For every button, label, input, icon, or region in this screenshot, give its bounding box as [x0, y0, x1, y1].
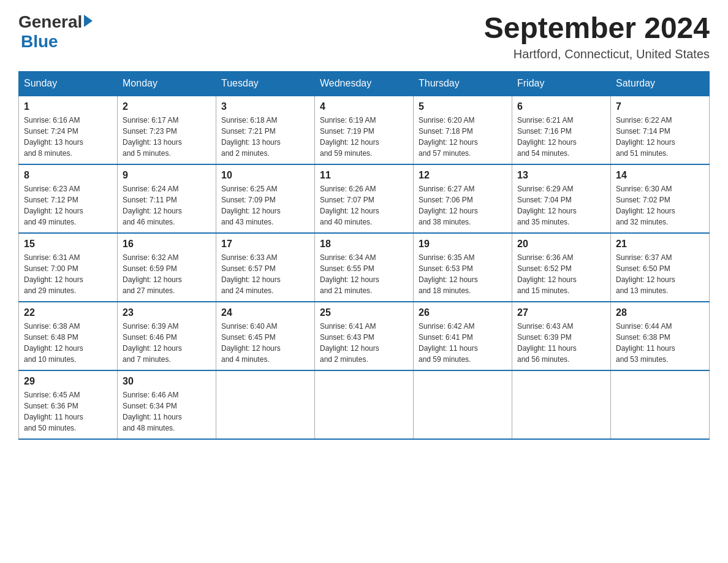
- table-row: 28Sunrise: 6:44 AMSunset: 6:38 PMDayligh…: [611, 302, 710, 370]
- day-number: 26: [419, 307, 507, 318]
- logo-blue-text: Blue: [21, 32, 58, 51]
- day-info: Sunrise: 6:24 AMSunset: 7:11 PMDaylight:…: [123, 183, 211, 228]
- day-number: 27: [517, 307, 605, 318]
- day-info: Sunrise: 6:17 AMSunset: 7:23 PMDaylight:…: [123, 115, 211, 159]
- day-info: Sunrise: 6:29 AMSunset: 7:04 PMDaylight:…: [517, 183, 605, 228]
- table-row: [315, 370, 414, 439]
- col-wednesday: Wednesday: [315, 71, 414, 96]
- day-number: 19: [419, 239, 507, 250]
- table-row: 17Sunrise: 6:33 AMSunset: 6:57 PMDayligh…: [216, 233, 315, 302]
- day-info: Sunrise: 6:44 AMSunset: 6:38 PMDaylight:…: [616, 321, 704, 365]
- day-number: 8: [24, 170, 112, 181]
- table-row: 1Sunrise: 6:16 AMSunset: 7:24 PMDaylight…: [19, 96, 118, 164]
- table-row: 25Sunrise: 6:41 AMSunset: 6:43 PMDayligh…: [315, 302, 414, 370]
- day-number: 25: [320, 307, 408, 318]
- day-info: Sunrise: 6:25 AMSunset: 7:09 PMDaylight:…: [221, 183, 309, 228]
- location-subtitle: Hartford, Connecticut, United States: [484, 47, 710, 61]
- calendar-header-row: Sunday Monday Tuesday Wednesday Thursday…: [19, 71, 710, 96]
- col-tuesday: Tuesday: [216, 71, 315, 96]
- day-number: 5: [419, 101, 507, 112]
- table-row: 10Sunrise: 6:25 AMSunset: 7:09 PMDayligh…: [216, 164, 315, 233]
- table-row: 14Sunrise: 6:30 AMSunset: 7:02 PMDayligh…: [611, 164, 710, 233]
- day-number: 14: [616, 170, 704, 181]
- table-row: 5Sunrise: 6:20 AMSunset: 7:18 PMDaylight…: [414, 96, 512, 164]
- day-info: Sunrise: 6:35 AMSunset: 6:53 PMDaylight:…: [419, 252, 507, 296]
- logo: General Blue: [18, 12, 93, 52]
- table-row: 4Sunrise: 6:19 AMSunset: 7:19 PMDaylight…: [315, 96, 414, 164]
- col-saturday: Saturday: [611, 71, 710, 96]
- day-info: Sunrise: 6:19 AMSunset: 7:19 PMDaylight:…: [320, 115, 408, 159]
- col-thursday: Thursday: [414, 71, 512, 96]
- day-number: 28: [616, 307, 704, 318]
- day-info: Sunrise: 6:42 AMSunset: 6:41 PMDaylight:…: [419, 321, 507, 365]
- table-row: 7Sunrise: 6:22 AMSunset: 7:14 PMDaylight…: [611, 96, 710, 164]
- day-number: 16: [123, 239, 211, 250]
- day-number: 24: [221, 307, 309, 318]
- day-number: 15: [24, 239, 112, 250]
- day-info: Sunrise: 6:36 AMSunset: 6:52 PMDaylight:…: [517, 252, 605, 296]
- day-info: Sunrise: 6:45 AMSunset: 6:36 PMDaylight:…: [24, 389, 112, 434]
- day-number: 9: [123, 170, 211, 181]
- day-number: 7: [616, 101, 704, 112]
- table-row: [611, 370, 710, 439]
- day-number: 29: [24, 376, 112, 387]
- table-row: 30Sunrise: 6:46 AMSunset: 6:34 PMDayligh…: [118, 370, 216, 439]
- col-monday: Monday: [118, 71, 216, 96]
- day-info: Sunrise: 6:38 AMSunset: 6:48 PMDaylight:…: [24, 321, 112, 365]
- day-info: Sunrise: 6:32 AMSunset: 6:59 PMDaylight:…: [123, 252, 211, 296]
- day-info: Sunrise: 6:18 AMSunset: 7:21 PMDaylight:…: [221, 115, 309, 159]
- day-info: Sunrise: 6:37 AMSunset: 6:50 PMDaylight:…: [616, 252, 704, 296]
- day-info: Sunrise: 6:16 AMSunset: 7:24 PMDaylight:…: [24, 115, 112, 159]
- day-number: 18: [320, 239, 408, 250]
- calendar-week-row: 15Sunrise: 6:31 AMSunset: 7:00 PMDayligh…: [19, 233, 710, 302]
- day-info: Sunrise: 6:46 AMSunset: 6:34 PMDaylight:…: [123, 389, 211, 434]
- day-info: Sunrise: 6:22 AMSunset: 7:14 PMDaylight:…: [616, 115, 704, 159]
- table-row: 13Sunrise: 6:29 AMSunset: 7:04 PMDayligh…: [512, 164, 611, 233]
- day-number: 21: [616, 239, 704, 250]
- table-row: 20Sunrise: 6:36 AMSunset: 6:52 PMDayligh…: [512, 233, 611, 302]
- day-info: Sunrise: 6:23 AMSunset: 7:12 PMDaylight:…: [24, 183, 112, 228]
- day-number: 22: [24, 307, 112, 318]
- day-info: Sunrise: 6:40 AMSunset: 6:45 PMDaylight:…: [221, 321, 309, 365]
- title-area: September 2024 Hartford, Connecticut, Un…: [484, 12, 710, 61]
- table-row: 24Sunrise: 6:40 AMSunset: 6:45 PMDayligh…: [216, 302, 315, 370]
- day-number: 4: [320, 101, 408, 112]
- table-row: 21Sunrise: 6:37 AMSunset: 6:50 PMDayligh…: [611, 233, 710, 302]
- day-info: Sunrise: 6:21 AMSunset: 7:16 PMDaylight:…: [517, 115, 605, 159]
- day-info: Sunrise: 6:20 AMSunset: 7:18 PMDaylight:…: [419, 115, 507, 159]
- table-row: 22Sunrise: 6:38 AMSunset: 6:48 PMDayligh…: [19, 302, 118, 370]
- day-number: 12: [419, 170, 507, 181]
- table-row: 6Sunrise: 6:21 AMSunset: 7:16 PMDaylight…: [512, 96, 611, 164]
- logo-arrow-icon: [84, 15, 93, 27]
- table-row: 9Sunrise: 6:24 AMSunset: 7:11 PMDaylight…: [118, 164, 216, 233]
- table-row: 11Sunrise: 6:26 AMSunset: 7:07 PMDayligh…: [315, 164, 414, 233]
- day-info: Sunrise: 6:41 AMSunset: 6:43 PMDaylight:…: [320, 321, 408, 365]
- col-sunday: Sunday: [19, 71, 118, 96]
- table-row: 29Sunrise: 6:45 AMSunset: 6:36 PMDayligh…: [19, 370, 118, 439]
- day-number: 3: [221, 101, 309, 112]
- day-info: Sunrise: 6:34 AMSunset: 6:55 PMDaylight:…: [320, 252, 408, 296]
- day-number: 2: [123, 101, 211, 112]
- table-row: 26Sunrise: 6:42 AMSunset: 6:41 PMDayligh…: [414, 302, 512, 370]
- table-row: 18Sunrise: 6:34 AMSunset: 6:55 PMDayligh…: [315, 233, 414, 302]
- table-row: 2Sunrise: 6:17 AMSunset: 7:23 PMDaylight…: [118, 96, 216, 164]
- day-info: Sunrise: 6:31 AMSunset: 7:00 PMDaylight:…: [24, 252, 112, 296]
- table-row: 23Sunrise: 6:39 AMSunset: 6:46 PMDayligh…: [118, 302, 216, 370]
- day-info: Sunrise: 6:26 AMSunset: 7:07 PMDaylight:…: [320, 183, 408, 228]
- day-number: 10: [221, 170, 309, 181]
- day-number: 20: [517, 239, 605, 250]
- day-info: Sunrise: 6:43 AMSunset: 6:39 PMDaylight:…: [517, 321, 605, 365]
- day-info: Sunrise: 6:30 AMSunset: 7:02 PMDaylight:…: [616, 183, 704, 228]
- table-row: [414, 370, 512, 439]
- calendar-week-row: 22Sunrise: 6:38 AMSunset: 6:48 PMDayligh…: [19, 302, 710, 370]
- day-number: 6: [517, 101, 605, 112]
- calendar-week-row: 1Sunrise: 6:16 AMSunset: 7:24 PMDaylight…: [19, 96, 710, 164]
- day-info: Sunrise: 6:39 AMSunset: 6:46 PMDaylight:…: [123, 321, 211, 365]
- day-number: 23: [123, 307, 211, 318]
- table-row: 12Sunrise: 6:27 AMSunset: 7:06 PMDayligh…: [414, 164, 512, 233]
- header: General Blue September 2024 Hartford, Co…: [18, 12, 710, 61]
- calendar-table: Sunday Monday Tuesday Wednesday Thursday…: [18, 71, 710, 440]
- day-number: 1: [24, 101, 112, 112]
- table-row: 19Sunrise: 6:35 AMSunset: 6:53 PMDayligh…: [414, 233, 512, 302]
- logo-general-text: General: [18, 12, 82, 32]
